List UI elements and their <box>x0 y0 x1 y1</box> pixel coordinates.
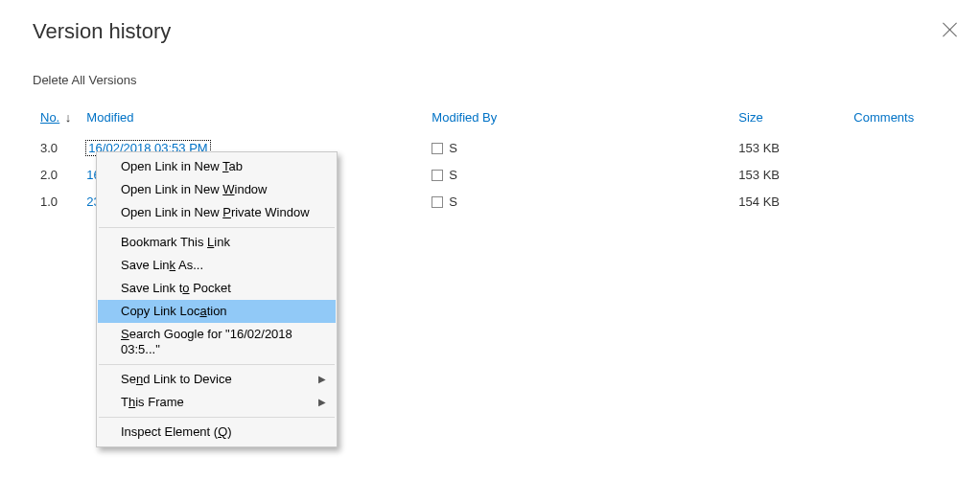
ctx-copy-link-location[interactable]: Copy Link Location <box>98 300 336 323</box>
ctx-send-link-to-device[interactable]: Send Link to Device ▶ <box>98 368 336 391</box>
page-title: Version history <box>33 19 947 44</box>
ctx-save-link-as[interactable]: Save Link As... <box>98 254 336 277</box>
cell-size: 153 KB <box>731 161 846 188</box>
ctx-separator <box>99 364 335 365</box>
row-checkbox[interactable] <box>432 170 443 181</box>
ctx-bookmark-link[interactable]: Bookmark This Link <box>98 231 336 254</box>
cell-by: S <box>449 168 457 182</box>
cell-comments <box>846 161 947 188</box>
ctx-this-frame[interactable]: This Frame ▶ <box>98 391 336 414</box>
context-menu: Open Link in New Tab Open Link in New Wi… <box>96 151 338 447</box>
ctx-open-new-window[interactable]: Open Link in New Window <box>98 178 336 201</box>
row-checkbox[interactable] <box>432 196 443 208</box>
cell-no: 1.0 <box>33 188 79 215</box>
cell-by: S <box>449 194 457 209</box>
col-modifiedby-header[interactable]: Modified By <box>424 106 731 134</box>
cell-no: 3.0 <box>33 134 79 161</box>
cell-no: 2.0 <box>33 161 79 188</box>
cell-size: 153 KB <box>731 134 846 161</box>
ctx-separator <box>99 227 335 228</box>
ctx-open-private-window[interactable]: Open Link in New Private Window <box>98 201 336 224</box>
ctx-open-new-tab[interactable]: Open Link in New Tab <box>98 155 336 178</box>
row-checkbox[interactable] <box>432 143 443 154</box>
col-size-header[interactable]: Size <box>731 106 846 134</box>
close-icon[interactable] <box>942 21 959 38</box>
cell-comments <box>846 134 947 161</box>
cell-comments <box>846 188 947 215</box>
ctx-save-to-pocket[interactable]: Save Link to Pocket <box>98 277 336 300</box>
col-modified-header[interactable]: Modified <box>79 106 424 134</box>
delete-all-versions-link[interactable]: Delete All Versions <box>33 73 136 87</box>
chevron-right-icon: ▶ <box>318 372 326 387</box>
ctx-separator <box>99 417 335 418</box>
ctx-search-google[interactable]: Search Google for "16/02/2018 03:5..." <box>98 323 336 361</box>
cell-by: S <box>449 141 457 155</box>
cell-size: 154 KB <box>731 188 846 215</box>
col-comments-header[interactable]: Comments <box>846 106 947 134</box>
chevron-right-icon: ▶ <box>318 395 326 410</box>
sort-arrow-icon: ↓ <box>65 110 72 125</box>
ctx-inspect-element[interactable]: Inspect Element (Q) <box>98 421 336 444</box>
col-no-header[interactable]: No. <box>40 110 59 125</box>
